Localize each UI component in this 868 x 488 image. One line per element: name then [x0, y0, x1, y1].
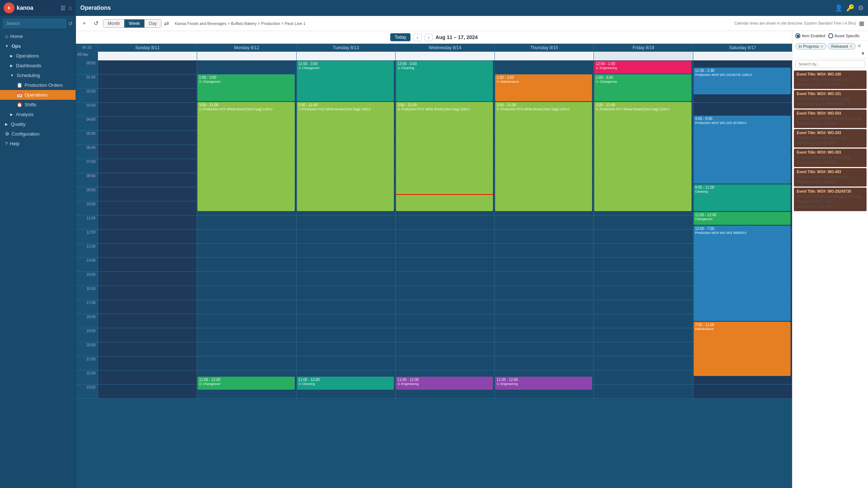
day-cell-4-19:00[interactable] — [494, 328, 593, 342]
day-cell-0-03:00[interactable] — [98, 103, 197, 116]
day-cell-5-16:00[interactable] — [593, 286, 693, 300]
event-20[interactable]: 7:00 - 11:00Maintenance — [694, 322, 791, 376]
event-8[interactable]: 11:00 - 12:00⊙ Engineering — [396, 377, 493, 390]
event-11[interactable]: 11:00 - 12:00⊙ Engineering — [495, 377, 592, 390]
time-grid-scroll[interactable]: 00:0001:0002:0003:0004:0005:0006:0007:00… — [76, 60, 792, 488]
day-cell-6-23:00[interactable] — [693, 385, 792, 398]
day-cell-4-21:00[interactable] — [494, 356, 593, 370]
asset-switch-icon[interactable]: ⇄ — [164, 20, 169, 27]
day-cell-1-19:00[interactable] — [197, 328, 296, 342]
day-cell-3-18:00[interactable] — [395, 314, 494, 328]
day-cell-0-10:00[interactable] — [98, 201, 197, 215]
sidebar-item-analysis[interactable]: ▶ Analysis — [0, 110, 76, 119]
day-cell-3-16:00[interactable] — [395, 286, 494, 300]
event-14[interactable]: 3:00 - 11:00⊙ Production PC# Wheat Bread… — [594, 102, 691, 211]
day-cell-2-21:00[interactable] — [296, 356, 395, 370]
day-cell-5-13:00[interactable] — [593, 244, 693, 257]
day-cell-4-13:00[interactable] — [494, 244, 593, 257]
day-cell-3-11:00[interactable] — [395, 215, 494, 229]
day-cell-1-21:00[interactable] — [197, 356, 296, 370]
today-button[interactable]: Today — [390, 33, 410, 41]
rp-event-item-0[interactable]: Event Title: WO#: WO-100Product: White B… — [794, 70, 867, 89]
event-16[interactable]: 4:00 - 9:00Production WO# WO-203 357000.… — [694, 116, 791, 184]
day-cell-5-18:00[interactable] — [593, 314, 693, 328]
day-cell-3-12:00[interactable] — [395, 230, 494, 243]
rp-search-input[interactable] — [795, 60, 865, 68]
user-icon[interactable]: 👤 — [835, 4, 843, 12]
day-cell-0-15:00[interactable] — [98, 272, 197, 286]
day-cell-0-20:00[interactable] — [98, 342, 197, 356]
day-cell-5-20:00[interactable] — [593, 342, 693, 356]
day-cell-4-18:00[interactable] — [494, 314, 593, 328]
event-15[interactable]: 12:30 - 2:30Production WO# WO-20240730 1… — [694, 68, 791, 94]
day-cell-5-14:00[interactable] — [593, 258, 693, 271]
day-cell-0-19:00[interactable] — [98, 328, 197, 342]
asset-specific-radio[interactable]: Asset Specific — [828, 33, 860, 38]
item-enabled-radio[interactable]: Item Enabled — [795, 33, 825, 38]
rp-event-item-4[interactable]: Event Title: WO#: WO-303Product: Wheat B… — [794, 149, 867, 167]
day-cell-0-00:00[interactable] — [98, 60, 197, 74]
day-cell-0-17:00[interactable] — [98, 300, 197, 314]
day-cell-2-13:00[interactable] — [296, 244, 395, 257]
event-5[interactable]: 11:00 - 12:00⊙ Cleaning — [297, 377, 394, 390]
day-cell-6-03:00[interactable] — [693, 103, 792, 116]
day-cell-1-17:00[interactable] — [197, 300, 296, 314]
search-input[interactable] — [3, 19, 66, 28]
day-cell-5-12:00[interactable] — [593, 230, 693, 243]
day-cell-1-12:00[interactable] — [197, 230, 296, 243]
day-cell-0-04:00[interactable] — [98, 117, 197, 130]
day-cell-4-15:00[interactable] — [494, 272, 593, 286]
sidebar-item-quality[interactable]: ▶ Quality — [0, 119, 76, 129]
day-cell-4-00:00[interactable] — [494, 60, 593, 74]
event-10[interactable]: 3:00 - 11:00⊙ Production PC# White Bread… — [495, 102, 592, 211]
rp-event-item-5[interactable]: Event Title: WO#: WO-403Product: White B… — [794, 168, 867, 187]
day-cell-2-19:00[interactable] — [296, 328, 395, 342]
day-cell-0-01:00[interactable] — [98, 74, 197, 88]
day-cell-4-20:00[interactable] — [494, 342, 593, 356]
day-cell-5-15:00[interactable] — [593, 272, 693, 286]
login-icon[interactable]: 🔑 — [846, 4, 854, 12]
day-cell-0-12:00[interactable] — [98, 230, 197, 243]
day-cell-1-13:00[interactable] — [197, 244, 296, 257]
event-1[interactable]: 3:00 - 11:00⊙ Production PC# Wheat Bread… — [197, 102, 294, 211]
kanoa-logo[interactable]: k kanoa — [4, 3, 33, 13]
settings-icon[interactable]: ⚙ — [858, 4, 864, 12]
refresh-calendar-button[interactable]: ↺ — [92, 19, 100, 27]
day-cell-3-21:00[interactable] — [395, 356, 494, 370]
day-cell-5-19:00[interactable] — [593, 328, 693, 342]
event-17[interactable]: 9:00 - 11:00Cleaning — [694, 184, 791, 211]
day-cell-1-11:00[interactable] — [197, 215, 296, 229]
day-cell-0-18:00[interactable] — [98, 314, 197, 328]
day-cell-0-05:00[interactable] — [98, 131, 197, 145]
sidebar-item-operations[interactable]: ▶ Operations — [0, 51, 76, 61]
day-cell-2-11:00[interactable] — [296, 215, 395, 229]
sidebar-item-configuration[interactable]: ⚙ Configuration — [0, 129, 76, 139]
rp-event-item-3[interactable]: Event Title: WO#: WO-203Product: Rye Bre… — [794, 129, 867, 148]
day-cell-3-20:00[interactable] — [395, 342, 494, 356]
sidebar-item-production-orders[interactable]: 📋 Production Orders — [0, 80, 76, 90]
day-cell-3-15:00[interactable] — [395, 272, 494, 286]
day-cell-2-14:00[interactable] — [296, 258, 395, 271]
event-18[interactable]: 11:00 - 12:00Changeover — [694, 212, 791, 225]
day-cell-0-14:00[interactable] — [98, 258, 197, 271]
day-cell-0-07:00[interactable] — [98, 159, 197, 173]
day-cell-0-02:00[interactable] — [98, 89, 197, 102]
day-cell-2-18:00[interactable] — [296, 314, 395, 328]
event-19[interactable]: 12:00 - 7:00Production WO# WO-403 368000… — [694, 226, 791, 321]
event-6[interactable]: 12:00 - 3:00⊙ Cleaning — [396, 61, 493, 101]
day-cell-2-12:00[interactable] — [296, 230, 395, 243]
day-cell-2-20:00[interactable] — [296, 342, 395, 356]
day-cell-2-16:00[interactable] — [296, 286, 395, 300]
event-0[interactable]: 1:00 - 3:00⊙ Changeover — [197, 74, 294, 101]
prev-week-button[interactable]: ‹ — [413, 34, 421, 41]
rp-event-item-1[interactable]: Event Title: WO#: WO-101Product: White B… — [794, 90, 867, 109]
day-cell-1-18:00[interactable] — [197, 314, 296, 328]
event-3[interactable]: 12:00 - 3:00⊙ Changeover — [297, 61, 394, 101]
event-13[interactable]: 1:00 - 3:00⊙ Changeover — [594, 74, 691, 101]
refresh-icon[interactable]: ↺ — [68, 21, 73, 26]
day-cell-1-20:00[interactable] — [197, 342, 296, 356]
day-cell-0-08:00[interactable] — [98, 173, 197, 187]
day-cell-5-22:00[interactable] — [593, 371, 693, 384]
day-cell-0-22:00[interactable] — [98, 371, 197, 384]
grid-icon[interactable]: ▦ — [859, 20, 864, 27]
